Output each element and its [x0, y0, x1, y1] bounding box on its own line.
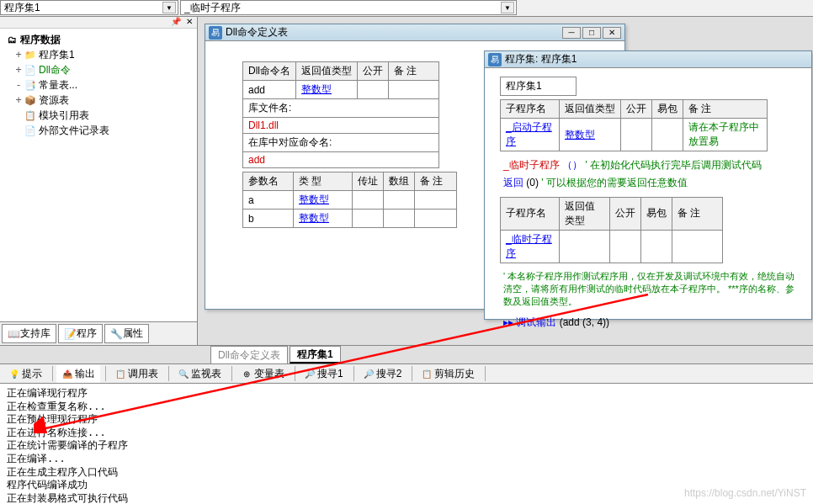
window-titlebar[interactable]: 易 程序集: 程序集1: [485, 51, 811, 68]
output-panel[interactable]: 正在编译现行程序正在检查重复名称...正在预处理现行程序正在进行名称连接...正…: [0, 384, 813, 504]
code-line: 返回 (0) ' 可以根据您的需要返回任意数值: [497, 176, 806, 194]
bottom-tab[interactable]: 📋调用表: [109, 365, 163, 383]
lib-cmd-value[interactable]: add: [243, 152, 439, 168]
tree-item[interactable]: +📄Dll命令: [2, 62, 195, 77]
chevron-down-icon: ▼: [501, 2, 514, 13]
cell-type[interactable]: 整数型: [296, 81, 358, 99]
program-set-dropdown[interactable]: 程序集1 ▼: [0, 0, 178, 15]
cell-note[interactable]: [389, 81, 439, 99]
bottom-tab[interactable]: 🔎搜寻2: [358, 365, 407, 383]
tree-item[interactable]: 📋模块引用表: [2, 108, 195, 123]
tab-icon: 📤: [61, 368, 73, 379]
tab-label: 剪辑历史: [434, 367, 475, 381]
expander-icon[interactable]: +: [13, 94, 24, 106]
param-type[interactable]: 整数型: [294, 191, 353, 210]
col-rettype: 返回值类型: [296, 62, 358, 81]
close-icon[interactable]: ✕: [183, 17, 195, 28]
tab-icon: 🔧: [110, 328, 123, 340]
dll-params-table[interactable]: 参数名 类 型 传址 数组 备 注 a 整数型 b 整数型: [242, 172, 457, 228]
subroutine-dropdown[interactable]: _临时子程序 ▼: [180, 0, 517, 15]
tree-label: 资源表: [39, 93, 69, 108]
tab-icon: 📝: [64, 328, 77, 340]
tab-icon: ⊕: [241, 368, 252, 379]
tree-root[interactable]: 🗂 程序数据: [2, 32, 195, 47]
temp-sub-table[interactable]: 子程序名 返回值类型 公开 易包 备 注 _临时子程序: [500, 197, 723, 263]
separator: [412, 366, 412, 381]
left-tabs: 📖 支持库📝 程序🔧 属性: [0, 321, 197, 345]
tab-label: 监视表: [191, 367, 221, 381]
tree-icon: 📦: [24, 95, 37, 106]
minimize-button[interactable]: ─: [562, 27, 581, 39]
expander-icon[interactable]: +: [13, 64, 24, 76]
tab-icon: 📋: [421, 368, 433, 379]
app-icon: 易: [209, 26, 222, 40]
tree-label: 模块引用表: [39, 109, 89, 123]
close-button[interactable]: ✕: [603, 27, 621, 39]
set-name-cell[interactable]: 程序集1: [501, 77, 577, 96]
col-byref: 传址: [353, 172, 384, 191]
startup-sub-table[interactable]: 子程序名 返回值类型 公开 易包 备 注 _启动子程序 整数型 请在本子程序中放…: [500, 99, 768, 151]
tree-label: 常量表...: [39, 78, 77, 93]
tree-label: 外部文件记录表: [39, 124, 109, 138]
expander-icon[interactable]: +: [13, 49, 24, 61]
tree-item[interactable]: +📦资源表: [2, 93, 195, 108]
tab-icon: 📋: [114, 368, 126, 379]
maximize-button[interactable]: □: [582, 27, 601, 39]
dll-command-table[interactable]: Dll命令名 返回值类型 公开 备 注 add 整数型 库文件名: Dll1.d…: [242, 61, 439, 168]
tab-icon: 🔍: [178, 368, 189, 379]
tab-icon: 🔎: [363, 368, 375, 379]
output-line: 正在编译...: [7, 453, 806, 466]
bottom-tab[interactable]: 📋剪辑历史: [416, 365, 480, 383]
editor-tab[interactable]: 程序集1: [290, 346, 341, 363]
tree-item[interactable]: 📄外部文件记录表: [2, 123, 195, 138]
cell-name[interactable]: add: [243, 81, 296, 99]
bottom-tab[interactable]: 💡提示: [3, 365, 47, 383]
output-line: 正在编译现行程序: [7, 387, 806, 401]
tab-icon: 📖: [8, 328, 20, 340]
expander-icon[interactable]: [13, 109, 24, 121]
tree-icon: 📄: [24, 125, 37, 136]
window-title: Dll命令定义表: [226, 25, 288, 40]
editor-tab[interactable]: Dll命令定义表: [210, 346, 288, 363]
param-name[interactable]: b: [243, 210, 294, 228]
expander-icon[interactable]: [13, 125, 24, 136]
lib-cmd-label: 在库中对应命令名:: [243, 134, 439, 152]
set-name-table[interactable]: 程序集1: [500, 77, 577, 96]
editor-tabs: Dll命令定义表程序集1: [0, 345, 813, 363]
output-line: 正在检查重复名称...: [7, 401, 806, 414]
lib-file-value[interactable]: Dll1.dll: [243, 118, 439, 134]
col-name: Dll命令名: [243, 62, 296, 81]
mdi-area: 易 Dll命令定义表 ─ □ ✕ Dll命令名 返回值类型 公开 备 注: [198, 17, 813, 345]
watermark: https://blog.csdn.net/YiNST: [684, 487, 806, 499]
window-title: 程序集: 程序集1: [505, 52, 577, 66]
bottom-tab[interactable]: 🔍监视表: [173, 365, 226, 383]
left-panel: 📌 ✕ 🗂 程序数据 +📁程序集1+📄Dll命令-📑常量表...+📦资源表 📋模…: [0, 17, 198, 345]
left-tab[interactable]: 📖 支持库: [2, 324, 56, 343]
pin-icon[interactable]: 📌: [170, 17, 182, 28]
left-tab[interactable]: 📝 程序: [58, 324, 103, 343]
col-public: 公开: [358, 62, 389, 81]
bottom-tab[interactable]: 🔎搜寻1: [299, 365, 348, 383]
col-type: 类 型: [294, 172, 353, 191]
separator: [105, 366, 106, 381]
program-set-window: 易 程序集: 程序集1 程序集1 子程序名 返回值类型 公开 易包 备 注 _启…: [484, 50, 812, 320]
program-tree[interactable]: 🗂 程序数据 +📁程序集1+📄Dll命令-📑常量表...+📦资源表 📋模块引用表…: [0, 29, 197, 178]
dropdown-text: 程序集1: [4, 1, 40, 15]
left-tab[interactable]: 🔧 属性: [104, 324, 149, 343]
separator: [231, 366, 232, 381]
window-titlebar[interactable]: 易 Dll命令定义表 ─ □ ✕: [205, 24, 624, 41]
chevron-down-icon: ▼: [162, 2, 176, 13]
expander-icon[interactable]: -: [13, 79, 24, 91]
param-name[interactable]: a: [243, 191, 294, 210]
param-type[interactable]: 整数型: [294, 210, 353, 228]
output-line: 正在进行名称连接...: [7, 427, 806, 440]
dropdown-text: _临时子程序: [184, 1, 241, 15]
tab-label: 输出: [75, 367, 95, 381]
tree-item[interactable]: +📁程序集1: [2, 47, 195, 62]
tree-item[interactable]: -📑常量表...: [2, 77, 195, 93]
bottom-tab[interactable]: 📤输出: [56, 365, 100, 383]
bottom-tab[interactable]: ⊕变量表: [236, 365, 290, 383]
tab-label: 搜寻2: [376, 367, 402, 381]
cell-public[interactable]: [358, 81, 389, 99]
tree-label: 程序集1: [39, 48, 75, 62]
